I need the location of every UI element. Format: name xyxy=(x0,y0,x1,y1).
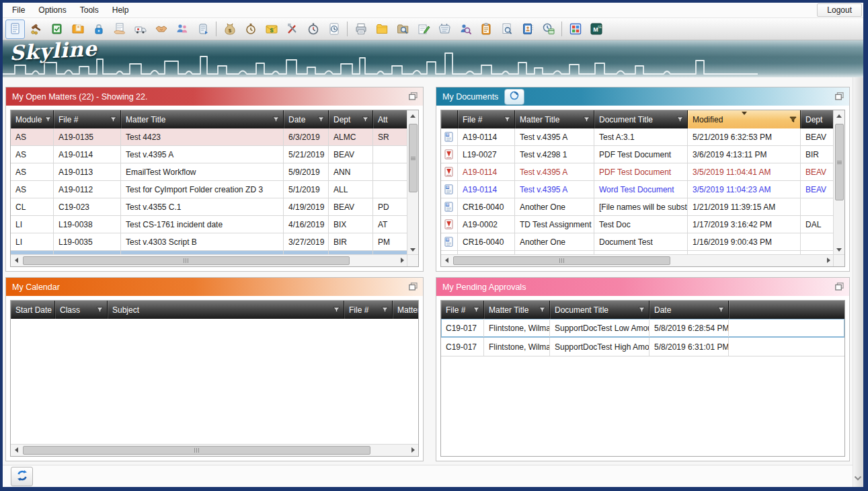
toolbar-button-hand-document[interactable] xyxy=(110,20,129,39)
document-row[interactable]: W A19-0114 Test v.4395 A Test A:3.1 5/21… xyxy=(441,128,844,146)
toolbar-button-money-bag[interactable]: $ xyxy=(220,20,239,39)
matter-row[interactable]: LI L19-0035 Test v.4303 Script B 3/27/20… xyxy=(11,233,418,251)
toolbar-button-tools[interactable] xyxy=(282,20,302,39)
column-header[interactable] xyxy=(729,301,844,319)
document-row[interactable]: W A19-0114 Test v.4395 A Word Test Docum… xyxy=(441,181,844,198)
scroll-down-button[interactable] xyxy=(407,245,418,254)
scroll-right-button[interactable] xyxy=(408,445,418,455)
toolbar-button-folder[interactable] xyxy=(372,20,391,39)
scrollbar-thumb[interactable] xyxy=(23,446,370,455)
column-header[interactable]: Dept xyxy=(329,110,373,128)
toolbar-button-stopwatch[interactable] xyxy=(303,20,323,39)
document-row[interactable]: L19-0027 Test v.4298 1 PDF Test Document… xyxy=(441,146,844,163)
menu-item[interactable]: File xyxy=(5,3,32,17)
restore-panel-icon[interactable] xyxy=(409,282,418,291)
column-header[interactable]: File # xyxy=(441,301,484,319)
scrollbar-thumb[interactable] xyxy=(409,124,418,192)
filter-icon[interactable] xyxy=(635,306,645,313)
filter-icon[interactable] xyxy=(107,116,117,123)
toolbar-button-msl-logo[interactable]: MSE xyxy=(586,20,606,39)
toolbar-button-pocket-watch[interactable] xyxy=(241,20,260,39)
scroll-right-button[interactable] xyxy=(824,255,833,265)
toolbar-button-ambulance[interactable] xyxy=(130,20,150,39)
window-scroll-strip[interactable] xyxy=(853,77,863,487)
menu-item[interactable]: Tools xyxy=(73,3,106,17)
restore-panel-icon[interactable] xyxy=(409,92,418,100)
column-header[interactable]: Matter Title xyxy=(484,301,550,319)
menu-item[interactable]: Options xyxy=(32,3,73,17)
filter-icon[interactable] xyxy=(470,306,480,313)
matter-row[interactable]: AS A19-0114 Test v.4395 A 5/21/2019 BEAV xyxy=(11,146,418,163)
filter-icon[interactable] xyxy=(580,116,590,123)
restore-panel-icon[interactable] xyxy=(835,92,844,100)
menu-item[interactable]: Help xyxy=(106,3,136,17)
scrollbar-thumb[interactable] xyxy=(453,256,670,265)
toolbar-button-scroll-workflow[interactable] xyxy=(193,20,212,39)
filter-icon[interactable] xyxy=(379,306,389,313)
horizontal-scrollbar[interactable] xyxy=(11,254,407,266)
logout-button[interactable]: Logout xyxy=(817,3,862,17)
filter-icon[interactable] xyxy=(787,116,797,123)
filter-icon[interactable] xyxy=(93,306,104,313)
column-header[interactable]: Date xyxy=(649,301,729,319)
document-row[interactable]: A19-0114 Test v.4395 A PDF Test Document… xyxy=(441,163,844,181)
column-header[interactable]: File # xyxy=(344,301,393,319)
toolbar-button-security-lock[interactable] xyxy=(89,20,108,39)
matter-row[interactable]: AS A19-0112 Test for CyImport Folder cre… xyxy=(11,181,418,198)
vertical-scrollbar[interactable] xyxy=(833,110,844,255)
column-header[interactable]: File # xyxy=(54,110,121,128)
horizontal-scrollbar[interactable] xyxy=(11,444,418,456)
toolbar-button-notes-pencil[interactable] xyxy=(413,20,433,39)
toolbar-button-matter-folder[interactable] xyxy=(68,20,87,39)
filter-icon[interactable] xyxy=(315,116,325,123)
toolbar-button-time-document[interactable] xyxy=(324,20,344,39)
matter-row[interactable]: AS A19-0113 EmailTest Workflow 5/9/2019 … xyxy=(11,163,418,181)
toolbar-button-handshake[interactable] xyxy=(151,20,171,39)
scroll-down-button[interactable] xyxy=(834,245,844,254)
column-header[interactable]: Date xyxy=(284,110,329,128)
toolbar-button-people-search[interactable] xyxy=(455,20,475,39)
column-header[interactable]: Matter Title xyxy=(515,110,594,128)
toolbar-button-parties-group[interactable] xyxy=(172,20,192,39)
column-header[interactable]: Start Date xyxy=(11,301,55,319)
column-header[interactable]: Matter Title xyxy=(121,110,284,128)
filter-icon[interactable] xyxy=(270,116,280,123)
scrollbar-thumb[interactable] xyxy=(23,256,350,265)
toolbar-button-payment-envelope[interactable]: $ xyxy=(262,20,281,39)
document-row[interactable]: A19-0002 TD Test Assignment Test Doc 1/1… xyxy=(441,216,844,233)
toolbar-button-desk-calendar[interactable] xyxy=(434,20,454,39)
matter-row[interactable]: CL C19-023 Test v.4355 C.1 4/19/2019 BEA… xyxy=(11,198,418,216)
matter-row[interactable]: AS A19-0135 Test 4423 6/3/2019 ALMC SR xyxy=(11,128,418,146)
column-header[interactable]: Module xyxy=(11,110,54,128)
column-header[interactable]: File # xyxy=(458,110,515,128)
column-header[interactable]: Class xyxy=(55,301,108,319)
filter-icon[interactable] xyxy=(674,116,684,123)
chevron-down-icon[interactable] xyxy=(854,476,862,481)
column-header[interactable]: Document Title xyxy=(594,110,688,128)
filter-icon[interactable] xyxy=(536,306,546,313)
toolbar-button-schedule-clock[interactable] xyxy=(539,20,558,39)
filter-icon[interactable] xyxy=(359,116,369,123)
toolbar-button-contacts-book[interactable] xyxy=(518,20,537,39)
refresh-dashboard-button[interactable] xyxy=(11,467,33,486)
refresh-documents-button[interactable] xyxy=(504,89,524,105)
horizontal-scrollbar[interactable] xyxy=(441,254,834,266)
column-header[interactable]: Matter Title xyxy=(393,301,418,319)
toolbar-button-task-clipboard[interactable] xyxy=(476,20,496,39)
toolbar-button-document-search[interactable] xyxy=(497,20,516,39)
column-header[interactable]: Document Title xyxy=(550,301,649,319)
filter-icon[interactable] xyxy=(42,116,52,123)
toolbar-button-new-document[interactable] xyxy=(5,20,25,39)
toolbar-button-printer[interactable] xyxy=(351,20,370,39)
approval-row[interactable]: C19-017 Flintstone, Wilma SupportDocTest… xyxy=(441,338,844,356)
filter-icon[interactable] xyxy=(501,116,511,123)
column-header[interactable]: Subject xyxy=(108,301,344,319)
matter-row[interactable]: LI L19-0038 Test CS-1761 incident date 4… xyxy=(11,216,418,233)
scroll-right-button[interactable] xyxy=(397,255,407,265)
toolbar-button-gavel[interactable] xyxy=(26,20,46,39)
restore-panel-icon[interactable] xyxy=(835,282,844,291)
scroll-left-button[interactable] xyxy=(11,255,21,265)
scroll-left-button[interactable] xyxy=(11,445,21,455)
document-row[interactable]: W CR16-0040 Another One Document Test 1/… xyxy=(441,233,844,251)
column-header[interactable]: Modified xyxy=(688,110,801,128)
